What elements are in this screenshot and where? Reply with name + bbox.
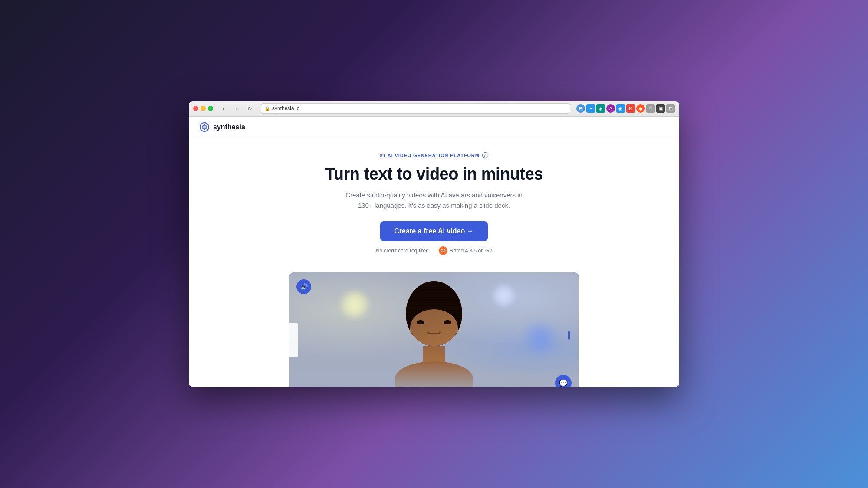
hero-section: #1 AI VIDEO GENERATION PLATFORM i Turn t…	[189, 138, 679, 273]
browser-chrome: ‹ › ↻ 🔒 synthesia.io ⊞ ✦ ◈ A ◉ R ◆ □ ▣ ⊡	[189, 101, 679, 117]
toolbar-icon-8[interactable]: ▣	[656, 104, 665, 113]
g2-icon: G2	[439, 246, 447, 255]
g2-badge: G2 Rated 4.8/5 on G2	[439, 246, 492, 255]
logo-area: synthesia	[199, 122, 245, 132]
hero-title: Turn text to video in minutes	[325, 164, 543, 184]
mute-button[interactable]: 🔊	[296, 279, 311, 294]
toolbar-icon-5[interactable]: R	[626, 104, 635, 113]
video-avatar	[289, 272, 579, 387]
maximize-button[interactable]	[208, 106, 213, 111]
extensions-icon[interactable]: ⊞	[576, 104, 585, 113]
refresh-button[interactable]: ↻	[244, 103, 255, 114]
meta-divider: |	[433, 248, 434, 254]
mute-icon: 🔊	[300, 283, 308, 290]
eyes	[417, 320, 451, 324]
hero-subtitle: Create studio-quality videos with AI ava…	[345, 190, 523, 211]
address-bar[interactable]: 🔒 synthesia.io	[261, 103, 570, 114]
side-bar-1	[568, 331, 570, 340]
side-panel	[568, 331, 570, 340]
face-skin	[410, 309, 458, 346]
badge: #1 AI VIDEO GENERATION PLATFORM i	[380, 152, 488, 158]
synthesia-logo-icon	[199, 122, 210, 132]
chat-icon: 💬	[559, 379, 568, 387]
face-oval	[406, 281, 462, 346]
lock-icon: 🔒	[265, 106, 270, 111]
back-button[interactable]: ‹	[218, 103, 229, 114]
forward-button[interactable]: ›	[231, 103, 242, 114]
right-eye	[444, 320, 451, 324]
browser-toolbar-right: ⊞ ✦ ◈ A ◉ R ◆ □ ▣ ⊡	[576, 104, 675, 113]
rating-text: Rated 4.8/5 on G2	[450, 248, 492, 254]
toolbar-icon-3[interactable]: A	[606, 104, 615, 113]
shoulders	[395, 361, 473, 387]
nav-bar: synthesia	[189, 117, 679, 138]
toolbar-icon-2[interactable]: ◈	[596, 104, 605, 113]
toolbar-icon-4[interactable]: ◉	[616, 104, 625, 113]
close-button[interactable]	[193, 106, 198, 111]
toolbar-icon-7[interactable]: □	[646, 104, 655, 113]
badge-text: #1 AI VIDEO GENERATION PLATFORM	[380, 153, 479, 158]
video-container: 🔊 💬	[289, 272, 579, 387]
no-card-text: No credit card required	[376, 248, 429, 254]
cta-label: Create a free AI video →	[394, 227, 473, 235]
neck	[423, 346, 445, 364]
logo-text: synthesia	[213, 123, 245, 131]
traffic-lights	[193, 106, 213, 111]
cta-meta: No credit card required | G2 Rated 4.8/5…	[376, 246, 492, 255]
page-content: synthesia #1 AI VIDEO GENERATION PLATFOR…	[189, 117, 679, 387]
minimize-button[interactable]	[201, 106, 206, 111]
mouth	[427, 331, 441, 334]
browser-window: ‹ › ↻ 🔒 synthesia.io ⊞ ✦ ◈ A ◉ R ◆ □ ▣ ⊡	[189, 101, 679, 387]
cta-button[interactable]: Create a free AI video →	[380, 221, 487, 241]
left-panel-partial	[289, 323, 298, 357]
avatar-face	[391, 281, 477, 387]
info-icon: i	[482, 152, 488, 158]
toolbar-icon-9[interactable]: ⊡	[666, 104, 675, 113]
url-text: synthesia.io	[272, 105, 299, 111]
left-eye	[417, 320, 424, 324]
toolbar-icon-1[interactable]: ✦	[586, 104, 595, 113]
toolbar-icon-6[interactable]: ◆	[636, 104, 645, 113]
